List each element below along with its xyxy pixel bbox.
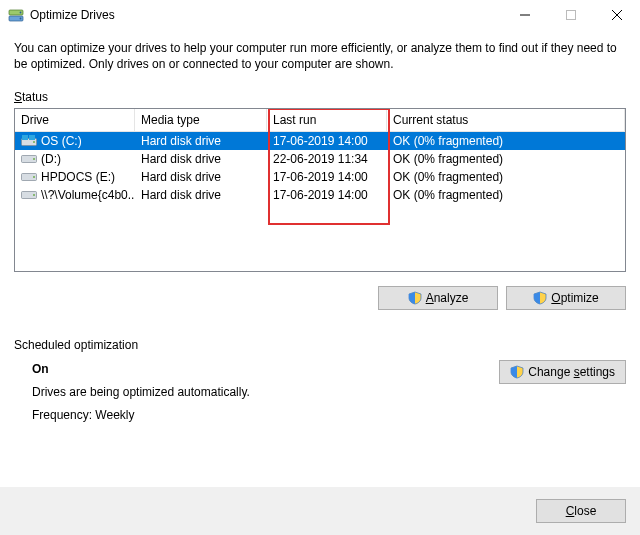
close-icon xyxy=(612,10,622,20)
close-label: Close xyxy=(566,504,597,518)
drive-list-header: Drive Media type Last run Current status xyxy=(15,109,625,132)
table-row[interactable]: HPDOCS (E:)Hard disk drive17-06-2019 14:… xyxy=(15,168,625,186)
col-header-last[interactable]: Last run xyxy=(267,109,387,131)
drive-list[interactable]: Drive Media type Last run Current status… xyxy=(14,108,626,272)
drive-media: Hard disk drive xyxy=(135,134,267,148)
drive-last-run: 17-06-2019 14:00 xyxy=(267,170,387,184)
drive-media: Hard disk drive xyxy=(135,188,267,202)
drive-name: \\?\Volume{c4b0... xyxy=(41,188,135,202)
table-row[interactable]: OS (C:)Hard disk drive17-06-2019 14:00OK… xyxy=(15,132,625,150)
intro-text: You can optimize your drives to help you… xyxy=(14,40,626,72)
svg-point-13 xyxy=(33,158,35,160)
table-row[interactable]: \\?\Volume{c4b0...Hard disk drive17-06-2… xyxy=(15,186,625,204)
svg-rect-10 xyxy=(29,135,35,140)
titlebar: Optimize Drives xyxy=(0,0,640,30)
col-header-status[interactable]: Current status xyxy=(387,109,625,131)
svg-rect-9 xyxy=(22,135,28,140)
drive-last-run: 17-06-2019 14:00 xyxy=(267,188,387,202)
minimize-icon xyxy=(520,10,530,20)
drive-icon xyxy=(21,171,37,183)
drive-icon xyxy=(21,189,37,201)
shield-icon xyxy=(408,291,422,305)
table-row[interactable]: (D:)Hard disk drive22-06-2019 11:34OK (0… xyxy=(15,150,625,168)
bottom-bar: Close xyxy=(0,486,640,535)
col-header-media[interactable]: Media type xyxy=(135,109,267,131)
drive-status: OK (0% fragmented) xyxy=(387,134,625,148)
svg-point-17 xyxy=(33,194,35,196)
change-settings-button[interactable]: Change settings xyxy=(499,360,626,384)
status-label: Status xyxy=(14,90,626,104)
col-header-drive[interactable]: Drive xyxy=(15,109,135,131)
drive-last-run: 17-06-2019 14:00 xyxy=(267,134,387,148)
minimize-button[interactable] xyxy=(502,0,548,30)
window-title: Optimize Drives xyxy=(30,8,115,22)
close-dialog-button[interactable]: Close xyxy=(536,499,626,523)
analyze-button[interactable]: Analyze xyxy=(378,286,498,310)
sched-state: On xyxy=(32,358,499,381)
drive-name: OS (C:) xyxy=(41,134,82,148)
shield-icon xyxy=(533,291,547,305)
svg-point-11 xyxy=(33,141,35,143)
drive-last-run: 22-06-2019 11:34 xyxy=(267,152,387,166)
drive-name: (D:) xyxy=(41,152,61,166)
sched-desc: Drives are being optimized automatically… xyxy=(32,381,499,404)
sched-freq: Frequency: Weekly xyxy=(32,404,499,427)
optimize-button[interactable]: Optimize xyxy=(506,286,626,310)
drive-status: OK (0% fragmented) xyxy=(387,170,625,184)
drive-icon xyxy=(21,153,37,165)
svg-point-3 xyxy=(20,18,22,20)
svg-rect-5 xyxy=(567,11,576,20)
sched-header: Scheduled optimization xyxy=(14,338,626,352)
maximize-icon xyxy=(566,10,576,20)
drive-status: OK (0% fragmented) xyxy=(387,188,625,202)
optimize-label: Optimize xyxy=(551,291,598,305)
svg-point-2 xyxy=(20,12,22,14)
analyze-label: Analyze xyxy=(426,291,469,305)
drive-media: Hard disk drive xyxy=(135,152,267,166)
change-settings-label: Change settings xyxy=(528,365,615,379)
shield-icon xyxy=(510,365,524,379)
maximize-button xyxy=(548,0,594,30)
drive-icon xyxy=(21,135,37,147)
drive-name: HPDOCS (E:) xyxy=(41,170,115,184)
drive-status: OK (0% fragmented) xyxy=(387,152,625,166)
app-icon xyxy=(8,7,24,23)
svg-point-15 xyxy=(33,176,35,178)
drive-media: Hard disk drive xyxy=(135,170,267,184)
close-button[interactable] xyxy=(594,0,640,30)
